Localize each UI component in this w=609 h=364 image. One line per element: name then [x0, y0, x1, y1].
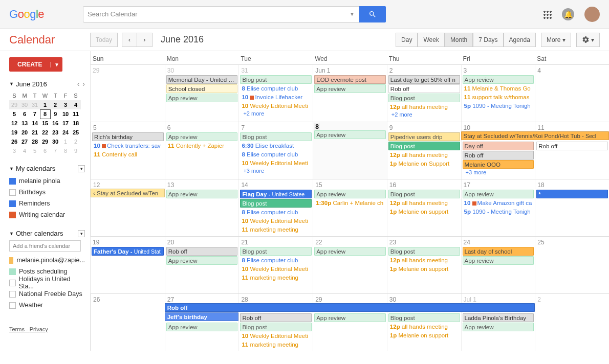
- event-block[interactable]: Rob off: [388, 84, 460, 93]
- mini-day[interactable]: 8: [60, 146, 71, 155]
- event-block[interactable]: Blog post: [240, 199, 312, 208]
- event-span[interactable]: Stay at Secluded w/Tennis/Koi Pond/Hot T…: [461, 131, 609, 140]
- event-timed[interactable]: 11 marketing meeting: [240, 225, 312, 234]
- day-cell[interactable]: 19Father's Day - United Stat: [91, 237, 165, 293]
- event-timed[interactable]: 11 Contently + Zapier: [166, 142, 238, 150]
- day-cell[interactable]: 3App review11 Melanie & Thomas Go11 supp…: [461, 65, 535, 122]
- event-block[interactable]: EOD evernote post: [314, 75, 386, 84]
- event-span[interactable]: ‹ Stay at Secluded w/Ten: [91, 189, 165, 197]
- mini-day[interactable]: 7: [30, 109, 40, 119]
- day-cell[interactable]: 2Last day to get 50% off nRob offBlog po…: [387, 65, 461, 122]
- my-calendars-head[interactable]: ▼ My calendars ▾: [9, 165, 85, 172]
- view-day[interactable]: Day: [396, 33, 418, 47]
- day-cell[interactable]: 29App review: [313, 294, 387, 351]
- day-cell[interactable]: 27App review: [165, 294, 239, 351]
- event-block[interactable]: Ladda Pinola's Birthday: [463, 313, 534, 322]
- mini-day[interactable]: 1: [40, 100, 50, 109]
- day-cell[interactable]: 30Blog post12p all hands meeting1p Melan…: [387, 294, 461, 351]
- event-timed[interactable]: 10 Check transfers: sav: [92, 142, 164, 150]
- event-block[interactable]: Flag Day - United Statee: [240, 190, 312, 198]
- calendar-item[interactable]: National Freebie Days: [9, 288, 85, 300]
- event-block[interactable]: School closed: [166, 84, 238, 93]
- event-timed[interactable]: 8 Elise computer club: [240, 150, 312, 159]
- next-button[interactable]: ›: [137, 33, 153, 47]
- event-block[interactable]: Rob off: [536, 142, 608, 150]
- chevron-down-icon[interactable]: ▼: [9, 81, 14, 86]
- search-options-caret[interactable]: ▼: [350, 11, 355, 17]
- mini-calendar[interactable]: SMTWTFS293031123456789101112131415161718…: [9, 91, 81, 155]
- event-block[interactable]: App review: [314, 130, 386, 139]
- mini-day[interactable]: 28: [30, 137, 40, 146]
- mini-day[interactable]: 2: [50, 100, 60, 109]
- day-cell[interactable]: 6App review11 Contently + Zapier: [165, 122, 239, 179]
- event-block[interactable]: Father's Day - United Stat: [92, 247, 164, 256]
- mini-day[interactable]: 10: [60, 109, 71, 119]
- calendar-item[interactable]: melanie pinola: [9, 175, 85, 187]
- mini-day[interactable]: 29: [40, 137, 50, 146]
- my-cal-menu[interactable]: ▾: [78, 165, 85, 172]
- day-cell[interactable]: 8App review: [313, 122, 387, 179]
- more-events-link[interactable]: +2 more: [240, 110, 312, 117]
- day-cell[interactable]: 11Rob off: [535, 122, 609, 179]
- event-timed[interactable]: 10 Make Amazon gift ca: [463, 199, 534, 208]
- mini-day[interactable]: 2: [71, 137, 81, 146]
- event-block[interactable]: Rich's birthday: [92, 132, 164, 141]
- other-calendars-head[interactable]: ▼ Other calendars ▾: [9, 230, 85, 237]
- day-cell[interactable]: 21Blog post8 Elise computer club10 Weekl…: [238, 237, 313, 293]
- terms-link[interactable]: Terms: [9, 326, 25, 332]
- event-block[interactable]: Rob off: [240, 313, 312, 322]
- privacy-link[interactable]: Privacy: [30, 326, 48, 332]
- day-cell[interactable]: 13App review: [165, 179, 239, 236]
- mini-day[interactable]: 19: [9, 128, 19, 137]
- day-cell[interactable]: 12: [91, 179, 165, 236]
- apps-grid-icon[interactable]: [542, 10, 552, 19]
- event-block[interactable]: App review: [463, 256, 534, 265]
- mini-day[interactable]: 3: [9, 146, 19, 155]
- event-block[interactable]: App review: [463, 190, 534, 198]
- event-block[interactable]: App review: [314, 190, 386, 198]
- day-cell[interactable]: 5Rich's birthday10 Check transfers: sav1…: [91, 122, 165, 179]
- event-timed[interactable]: 8 Elise computer club: [240, 84, 312, 93]
- event-block[interactable]: Blog post: [388, 142, 460, 150]
- calendar-item[interactable]: Writing calendar: [9, 209, 85, 220]
- event-block[interactable]: Blog post: [388, 190, 460, 198]
- day-cell[interactable]: 15App review1:30p Carlin + Melanie ch: [313, 179, 387, 236]
- day-cell[interactable]: 16Blog post12p all hands meeting1p Melan…: [387, 179, 461, 236]
- event-block[interactable]: App review: [314, 247, 386, 256]
- event-timed[interactable]: 12p all hands meeting: [388, 256, 460, 265]
- event-timed[interactable]: 11 Contently call: [92, 150, 164, 159]
- event-block[interactable]: Blog post: [388, 313, 460, 322]
- mini-day[interactable]: 30: [19, 100, 30, 109]
- mini-day[interactable]: 27: [19, 137, 30, 146]
- mini-day[interactable]: 31: [30, 100, 40, 109]
- notifications-icon[interactable]: 🔔: [562, 8, 574, 20]
- mini-day[interactable]: 21: [30, 128, 40, 137]
- mini-day[interactable]: 16: [50, 119, 60, 128]
- mini-day[interactable]: 1: [60, 137, 71, 146]
- mini-day[interactable]: 18: [71, 119, 81, 128]
- day-cell[interactable]: 26: [91, 294, 165, 351]
- event-block[interactable]: App review: [463, 75, 534, 84]
- event-timed[interactable]: 5p 1090 - Meeting Tonigh: [463, 102, 534, 110]
- event-timed[interactable]: 10 Weekly Editorial Meeti: [240, 102, 312, 110]
- calendar-item[interactable]: melanie.pinola@zapie...: [9, 255, 85, 266]
- event-timed[interactable]: 5p 1090 - Meeting Tonigh: [463, 208, 534, 216]
- mini-day[interactable]: 26: [9, 137, 19, 146]
- mini-day[interactable]: 7: [50, 146, 60, 155]
- calendar-item[interactable]: Reminders: [9, 198, 85, 209]
- day-cell[interactable]: Jul 1Ladda Pinola's BirthdayApp review: [461, 294, 535, 351]
- event-timed[interactable]: 10 Weekly Editorial Meeti: [240, 159, 312, 168]
- event-timed[interactable]: 1p Melanie on support: [388, 208, 460, 216]
- mini-day[interactable]: 15: [40, 119, 50, 128]
- mini-day[interactable]: 8: [40, 109, 50, 119]
- mini-day[interactable]: 23: [50, 128, 60, 137]
- event-block[interactable]: Blog post: [240, 132, 312, 141]
- event-timed[interactable]: 10 Weekly Editorial Meeti: [240, 265, 312, 274]
- day-cell[interactable]: 28Rob offBlog post10 Weekly Editorial Me…: [238, 294, 313, 351]
- day-cell[interactable]: 23Blog post12p all hands meeting1p Melan…: [387, 237, 461, 293]
- search-button[interactable]: [359, 6, 386, 22]
- mini-day[interactable]: 6: [19, 109, 30, 119]
- search-input[interactable]: Search Calendar ▼: [83, 6, 359, 22]
- mini-day[interactable]: 13: [19, 119, 30, 128]
- event-timed[interactable]: 10 Weekly Editorial Meeti: [240, 332, 312, 340]
